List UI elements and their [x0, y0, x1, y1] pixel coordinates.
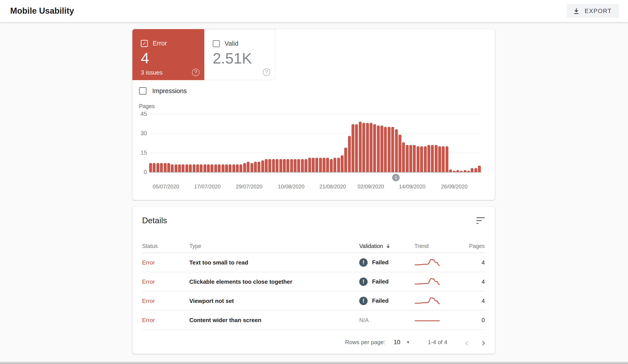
error-exclamation-icon: ! [359, 258, 368, 267]
type-cell[interactable]: Viewport not set [189, 297, 234, 304]
error-exclamation-icon: ! [359, 297, 368, 305]
rows-per-page-value[interactable]: 10 [394, 339, 400, 346]
error-tile-label: Error [153, 40, 167, 47]
pagination-bar: Rows per page: 10 ▼ 1-4 of 4 ‹ › [142, 331, 485, 354]
status-cell: Error [142, 259, 155, 266]
pages-cell: 4 [482, 259, 485, 266]
col-header-pages[interactable]: Pages [469, 243, 485, 249]
col-header-validation[interactable]: Validation [359, 243, 391, 249]
pagination-range: 1-4 of 4 [428, 339, 447, 346]
validation-cell: N/A [359, 317, 369, 323]
chart-bars[interactable] [149, 114, 481, 172]
download-icon [573, 7, 580, 15]
chart-card: ✓ Error 4 3 issues ? ✓ Valid 2.51K ? Imp… [132, 29, 495, 200]
x-axis-line [150, 172, 481, 172]
trend-sparkline [414, 257, 440, 268]
col-header-type[interactable]: Type [189, 243, 201, 249]
chart-event-marker[interactable]: 1 [392, 174, 400, 181]
valid-checkbox-unchecked-icon[interactable]: ✓ [213, 40, 220, 47]
pages-cell: 4 [482, 278, 485, 285]
details-title: Details [142, 216, 167, 225]
error-summary-tile[interactable]: ✓ Error 4 3 issues ? [132, 29, 204, 80]
impressions-label: Impressions [152, 87, 187, 95]
type-cell[interactable]: Clickable elements too close together [189, 278, 292, 285]
rows-per-page-dropdown-icon[interactable]: ▼ [406, 340, 410, 345]
validation-cell: ! Failed [359, 297, 389, 305]
x-tick: 29/07/2020 [236, 184, 262, 190]
bottom-scroll-shadow [0, 361, 628, 364]
table-row[interactable]: Error Clickable elements too close toget… [142, 272, 485, 291]
type-cell[interactable]: Text too small to read [189, 259, 248, 266]
sort-down-arrow-icon [385, 243, 391, 249]
page-title: Mobile Usability [10, 6, 74, 16]
error-count: 4 [141, 49, 149, 67]
top-app-bar: Mobile Usability EXPORT [0, 0, 628, 22]
table-row[interactable]: Error Text too small to read ! Failed 4 [142, 253, 485, 272]
trend-sparkline [414, 276, 440, 287]
valid-count: 2.51K [213, 50, 252, 67]
x-tick: 10/08/2020 [278, 184, 305, 190]
validation-cell: ! Failed [359, 258, 389, 267]
status-cell: Error [142, 278, 155, 285]
y-tick-15: 15 [132, 149, 147, 156]
col-header-trend[interactable]: Trend [414, 243, 429, 249]
valid-tile-label: Valid [225, 40, 238, 47]
table-row[interactable]: Error Content wider than screen N/A 0 [142, 311, 485, 330]
col-header-status[interactable]: Status [142, 243, 158, 249]
table-header-row: Status Type Validation Trend Pages [142, 239, 485, 253]
x-tick: 14/09/2020 [399, 184, 425, 190]
help-icon[interactable]: ? [192, 69, 199, 76]
help-icon[interactable]: ? [263, 68, 270, 76]
x-axis-labels: 05/07/2020 17/07/2020 29/07/2020 10/08/2… [150, 184, 481, 191]
trend-sparkline [414, 314, 440, 326]
table-row[interactable]: Error Viewport not set ! Failed 4 [142, 291, 485, 311]
mobile-usability-report: Mobile Usability EXPORT ✓ Error 4 3 issu… [0, 0, 628, 364]
validation-cell: ! Failed [359, 278, 389, 286]
impressions-checkbox[interactable] [139, 87, 147, 95]
error-checkbox-checked-icon[interactable]: ✓ [141, 40, 148, 47]
x-tick: 02/09/2020 [357, 184, 384, 190]
y-axis-title: Pages [139, 103, 155, 109]
status-cell: Error [142, 297, 155, 304]
pages-cell: 0 [482, 317, 485, 323]
export-button-label: EXPORT [585, 8, 612, 14]
details-table: Status Type Validation Trend Pages Error… [142, 239, 485, 330]
y-tick-45: 45 [132, 111, 147, 117]
type-cell[interactable]: Content wider than screen [189, 317, 261, 323]
x-tick: 05/07/2020 [153, 184, 179, 190]
export-button[interactable]: EXPORT [567, 4, 619, 18]
error-exclamation-icon: ! [359, 278, 368, 286]
pages-cell: 4 [482, 297, 485, 304]
error-issues-text: 3 issues [141, 69, 163, 76]
trend-sparkline [414, 295, 440, 306]
y-tick-0: 0 [132, 169, 147, 176]
details-card: Details Status Type Validation Trend Pag… [132, 207, 495, 354]
x-tick: 17/07/2020 [194, 184, 221, 190]
x-tick: 21/08/2020 [319, 184, 346, 190]
impressions-toggle[interactable]: Impressions [139, 87, 187, 95]
x-tick: 26/09/2020 [441, 184, 468, 190]
y-tick-30: 30 [132, 130, 147, 137]
status-cell: Error [142, 317, 155, 323]
rows-per-page-label: Rows per page: [345, 339, 385, 346]
filter-icon[interactable] [476, 217, 485, 225]
valid-summary-tile[interactable]: ✓ Valid 2.51K ? [204, 29, 275, 80]
